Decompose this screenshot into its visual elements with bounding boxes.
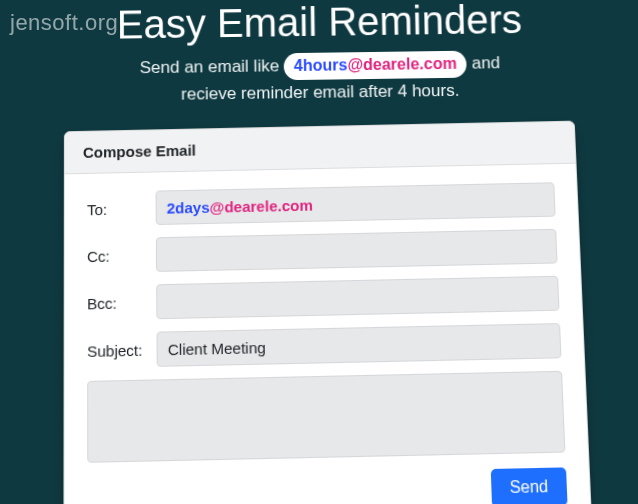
compose-wrapper: Compose Email To: 2days@dearele.com Cc: … — [63, 120, 592, 504]
page-title: Easy Email Reminders — [0, 0, 638, 49]
hero: Easy Email Reminders Send an email like … — [0, 0, 638, 110]
lead-line2: recieve reminder email after 4 hours. — [181, 81, 460, 104]
row-to: To: 2days@dearele.com — [87, 182, 556, 226]
compose-card: Compose Email To: 2days@dearele.com Cc: … — [63, 120, 592, 504]
row-cc: Cc: — [87, 228, 558, 273]
example-email-user: 4hours — [294, 56, 348, 74]
compose-body: To: 2days@dearele.com Cc: Bcc: Subject: … — [64, 163, 591, 504]
stage: Easy Email Reminders Send an email like … — [0, 0, 638, 504]
to-value-domain: dearele.com — [224, 195, 313, 214]
row-bcc: Bcc: — [87, 275, 559, 320]
to-field[interactable]: 2days@dearele.com — [156, 182, 556, 225]
bcc-field[interactable] — [156, 275, 559, 318]
to-value-at: @ — [210, 197, 225, 215]
cc-field[interactable] — [156, 228, 558, 271]
label-bcc: Bcc: — [87, 292, 156, 311]
example-email-domain: dearele.com — [363, 55, 457, 73]
lead-post: and — [471, 53, 500, 72]
label-cc: Cc: — [87, 245, 156, 264]
example-email-pill: 4hours@dearele.com — [284, 51, 467, 81]
label-to: To: — [87, 199, 156, 218]
lead-pre: Send an email like — [140, 56, 284, 77]
example-email-at: @ — [347, 56, 363, 73]
subject-field[interactable]: Client Meeting — [156, 323, 561, 367]
actions: Send — [87, 467, 567, 504]
hero-subtitle: Send an email like 4hours@dearele.com an… — [0, 48, 638, 109]
label-subject: Subject: — [87, 340, 157, 359]
send-button[interactable]: Send — [490, 467, 567, 504]
message-field[interactable] — [87, 370, 565, 462]
to-value-user: 2days — [167, 198, 210, 216]
row-subject: Subject: Client Meeting — [87, 323, 561, 368]
